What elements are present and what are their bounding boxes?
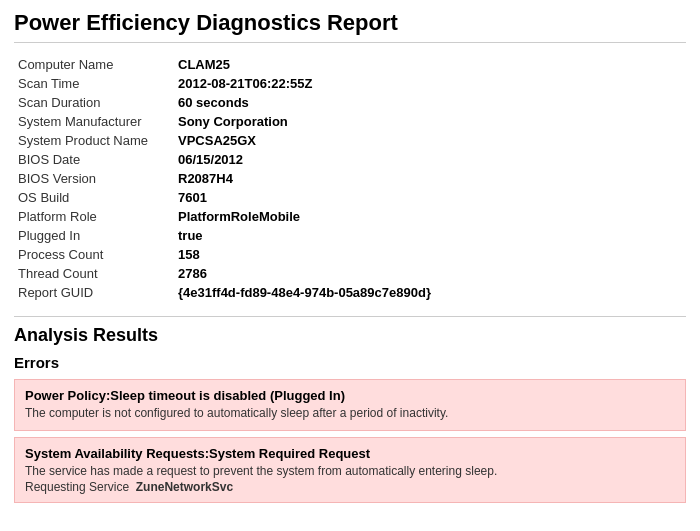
table-row: Plugged Intrue xyxy=(14,226,686,245)
info-value: {4e31ff4d-fd89-48e4-974b-05a89c7e890d} xyxy=(174,283,686,302)
page-title: Power Efficiency Diagnostics Report xyxy=(14,10,686,43)
info-value: PlatformRoleMobile xyxy=(174,207,686,226)
info-label: OS Build xyxy=(14,188,174,207)
table-row: Platform RolePlatformRoleMobile xyxy=(14,207,686,226)
info-label: Thread Count xyxy=(14,264,174,283)
info-value: 2012-08-21T06:22:55Z xyxy=(174,74,686,93)
info-label: Process Count xyxy=(14,245,174,264)
info-label: System Product Name xyxy=(14,131,174,150)
info-label: Scan Duration xyxy=(14,93,174,112)
error-description: The computer is not configured to automa… xyxy=(25,406,675,420)
info-value: 7601 xyxy=(174,188,686,207)
error-detail: Requesting Service ZuneNetworkSvc xyxy=(25,480,675,494)
errors-container: Power Policy:Sleep timeout is disabled (… xyxy=(14,379,686,503)
table-row: Scan Duration60 seconds xyxy=(14,93,686,112)
info-value: 2786 xyxy=(174,264,686,283)
table-row: Report GUID{4e31ff4d-fd89-48e4-974b-05a8… xyxy=(14,283,686,302)
info-value: CLAM25 xyxy=(174,55,686,74)
section-divider xyxy=(14,316,686,317)
info-label: Computer Name xyxy=(14,55,174,74)
info-label: System Manufacturer xyxy=(14,112,174,131)
info-value: R2087H4 xyxy=(174,169,686,188)
table-row: BIOS Date06/15/2012 xyxy=(14,150,686,169)
error-description: The service has made a request to preven… xyxy=(25,464,675,478)
info-value: 06/15/2012 xyxy=(174,150,686,169)
system-info-table: Computer NameCLAM25Scan Time2012-08-21T0… xyxy=(14,55,686,302)
info-label: BIOS Version xyxy=(14,169,174,188)
info-label: BIOS Date xyxy=(14,150,174,169)
table-row: Thread Count2786 xyxy=(14,264,686,283)
info-value: Sony Corporation xyxy=(174,112,686,131)
info-value: VPCSA25GX xyxy=(174,131,686,150)
info-label: Platform Role xyxy=(14,207,174,226)
error-block: System Availability Requests:System Requ… xyxy=(14,437,686,503)
table-row: Scan Time2012-08-21T06:22:55Z xyxy=(14,74,686,93)
analysis-title: Analysis Results xyxy=(14,325,686,346)
error-block: Power Policy:Sleep timeout is disabled (… xyxy=(14,379,686,431)
table-row: OS Build7601 xyxy=(14,188,686,207)
info-label: Plugged In xyxy=(14,226,174,245)
info-value: 60 seconds xyxy=(174,93,686,112)
errors-title: Errors xyxy=(14,354,686,371)
info-label: Report GUID xyxy=(14,283,174,302)
info-value: 158 xyxy=(174,245,686,264)
info-label: Scan Time xyxy=(14,74,174,93)
table-row: System Product NameVPCSA25GX xyxy=(14,131,686,150)
table-row: Computer NameCLAM25 xyxy=(14,55,686,74)
error-title: Power Policy:Sleep timeout is disabled (… xyxy=(25,388,675,403)
table-row: System ManufacturerSony Corporation xyxy=(14,112,686,131)
table-row: Process Count158 xyxy=(14,245,686,264)
info-value: true xyxy=(174,226,686,245)
error-title: System Availability Requests:System Requ… xyxy=(25,446,675,461)
table-row: BIOS VersionR2087H4 xyxy=(14,169,686,188)
